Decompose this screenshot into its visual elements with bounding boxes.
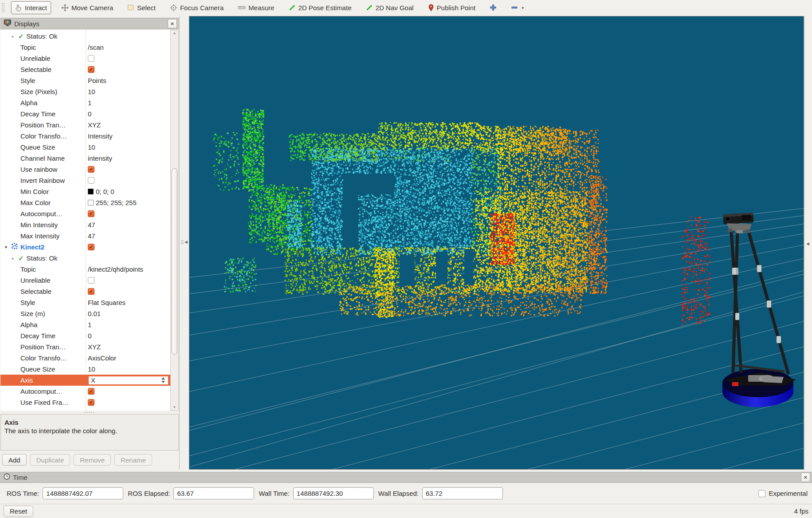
ros-elapsed-input[interactable] [173, 487, 254, 499]
tool-publish-point[interactable]: Publish Point [424, 1, 480, 14]
toolbar-grip[interactable] [1, 3, 5, 12]
tree-row-unreliable[interactable]: Unreliable [0, 275, 170, 286]
property-checkbox[interactable]: ✓ [88, 388, 94, 395]
display-enabled-checkbox[interactable]: ✓ [88, 244, 94, 250]
tree-row-color-transfo[interactable]: Color Transfo…Intensity [0, 130, 170, 142]
expander-icon[interactable]: ▾ [5, 245, 11, 249]
tree-row-decay-time[interactable]: Decay Time0 [0, 330, 170, 341]
property-value[interactable]: /scan [88, 43, 104, 51]
tree-row-max-color[interactable]: Max Color255; 255; 255 [0, 197, 170, 208]
tree-row-size-m[interactable]: Size (m)0.01 [0, 308, 170, 319]
tree-row-autocomput[interactable]: Autocomput…✓ [0, 386, 170, 397]
spin-down-icon[interactable] [161, 381, 165, 383]
property-value[interactable]: 0 [88, 110, 91, 118]
add-tool-button[interactable] [486, 1, 501, 14]
property-value[interactable]: Flat Squares [88, 299, 126, 306]
expander-icon[interactable]: ▸ [12, 34, 18, 39]
tree-row-position-tran[interactable]: Position Tran…XYZ [0, 341, 170, 352]
wall-time-input[interactable] [293, 487, 374, 499]
color-swatch[interactable] [88, 189, 94, 194]
tree-row-size-pixels[interactable]: Size (Pixels)10 [0, 86, 170, 97]
property-value[interactable]: 10 [88, 365, 95, 373]
tree-row-channel-name[interactable]: Channel Nameintensity [0, 153, 170, 164]
color-swatch[interactable] [88, 200, 94, 206]
tree-row-axis[interactable]: AxisX [0, 375, 170, 386]
spin-up-icon[interactable] [161, 377, 165, 380]
property-value[interactable]: 1 [88, 99, 91, 107]
property-value[interactable]: XYZ [88, 343, 101, 351]
tree-row-use-rainbow[interactable]: Use rainbow✓ [0, 164, 170, 175]
property-checkbox[interactable]: ✓ [88, 399, 94, 406]
tree-row-queue-size[interactable]: Queue Size10 [0, 142, 170, 153]
property-value[interactable]: 47 [88, 221, 95, 229]
wall-elapsed-input[interactable] [422, 487, 503, 499]
close-icon[interactable]: ✕ [801, 473, 810, 482]
property-value[interactable]: 10 [88, 88, 95, 95]
tree-row-unreliable[interactable]: Unreliable [0, 53, 170, 64]
tree-row-style[interactable]: StylePoints [0, 75, 170, 86]
tree-row-use-fixed-fra[interactable]: Use Fixed Fra…✓ [0, 397, 170, 408]
tree-row-alpha[interactable]: Alpha1 [0, 319, 170, 330]
panel-splitter[interactable]: ◀ [180, 16, 189, 470]
tool-measure[interactable]: Measure [234, 1, 278, 14]
property-checkbox[interactable]: ✓ [88, 210, 94, 217]
property-value[interactable]: Points [88, 77, 106, 84]
experimental-checkbox[interactable] [758, 490, 765, 497]
tree-row-selectable[interactable]: Selectable✓ [0, 64, 170, 75]
property-value[interactable]: Intensity [88, 132, 113, 140]
tree-row-color-transfo[interactable]: Color Transfo…AxisColor [0, 352, 170, 364]
tree-row-queue-size[interactable]: Queue Size10 [0, 364, 170, 375]
property-checkbox[interactable]: ✓ [88, 66, 94, 73]
scrollbar-thumb[interactable] [172, 168, 177, 355]
close-icon[interactable]: ✕ [168, 19, 177, 28]
property-checkbox[interactable]: ✓ [88, 288, 94, 295]
tree-row-position-tran[interactable]: Position Tran…XYZ [0, 119, 170, 130]
property-checkbox[interactable]: ✓ [88, 166, 94, 173]
tree-row-kinect2[interactable]: ▾Kinect2✓ [0, 241, 170, 253]
render-viewport[interactable] [189, 16, 804, 470]
tree-row-status-ok[interactable]: ▸✓Status: Ok [0, 31, 170, 42]
tool-2d-nav-goal[interactable]: 2D Nav Goal [362, 1, 418, 14]
tree-row-status-ok[interactable]: ▸✓Status: Ok [0, 253, 170, 264]
tree-row-decay-time[interactable]: Decay Time0 [0, 108, 170, 119]
tree-row-topic[interactable]: Topic/scan [0, 42, 170, 53]
spinner[interactable] [160, 377, 168, 383]
collapse-right-handle[interactable]: ◀ [806, 241, 809, 246]
help-splitter[interactable] [0, 411, 179, 414]
tree-row-topic[interactable]: Topic/kinect2/qhd/points [0, 264, 170, 275]
tree-row-min-color[interactable]: Min Color0; 0; 0 [0, 186, 170, 197]
tool-focus-camera[interactable]: Focus Camera [166, 1, 228, 14]
render-canvas[interactable] [189, 16, 804, 469]
reset-button[interactable]: Reset [4, 506, 33, 517]
right-panel-splitter[interactable]: ◀ [804, 16, 812, 470]
property-value[interactable]: 0.01 [88, 310, 101, 317]
tool-select[interactable]: Select [123, 1, 160, 14]
ros-time-input[interactable] [43, 487, 123, 499]
tree-row-selectable[interactable]: Selectable✓ [0, 286, 170, 297]
property-checkbox[interactable] [88, 177, 94, 184]
property-value[interactable]: XYZ [88, 121, 101, 129]
property-value[interactable]: 0 [88, 332, 91, 340]
axis-combo[interactable]: X [88, 376, 169, 385]
tool-2d-pose-estimate[interactable]: 2D Pose Estimate [285, 1, 356, 14]
property-value[interactable]: AxisColor [88, 354, 116, 362]
property-checkbox[interactable] [88, 277, 94, 284]
tree-row-alpha[interactable]: Alpha1 [0, 97, 170, 108]
scroll-down-icon[interactable]: ▼ [171, 405, 178, 409]
tree-row-min-intensity[interactable]: Min Intensity47 [0, 219, 170, 230]
tool-move-camera[interactable]: Move Camera [57, 1, 117, 14]
tree-row-style[interactable]: StyleFlat Squares [0, 297, 170, 308]
scroll-up-icon[interactable]: ▲ [171, 31, 178, 35]
collapse-left-handle[interactable]: ◀ [181, 240, 188, 244]
property-value[interactable]: 1 [88, 321, 91, 328]
property-value[interactable]: 47 [88, 232, 95, 240]
tree-scrollbar[interactable]: ▲ ▼ [170, 30, 179, 411]
property-value[interactable]: /kinect2/qhd/points [88, 265, 143, 273]
property-value[interactable]: 10 [88, 143, 95, 151]
property-checkbox[interactable] [88, 55, 94, 62]
remove-tool-button[interactable]: ▾ [507, 1, 528, 14]
add-button[interactable]: Add [2, 454, 27, 466]
tool-interact[interactable]: Interact [11, 1, 51, 14]
tree-row-autocomput[interactable]: Autocomput…✓ [0, 208, 170, 219]
tree-row-max-intensity[interactable]: Max Intensity47 [0, 230, 170, 241]
